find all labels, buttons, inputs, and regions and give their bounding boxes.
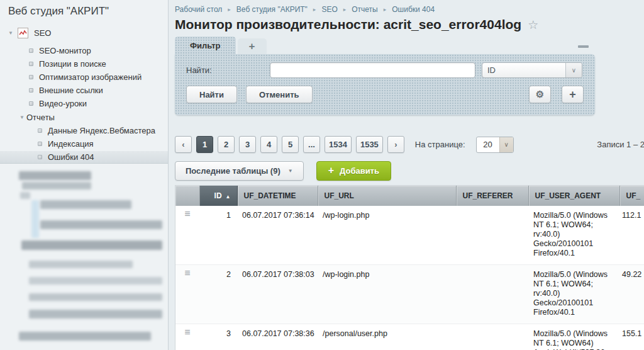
prev-page-button[interactable]: ‹ (175, 136, 192, 153)
sort-asc-icon: ▲ (226, 194, 231, 200)
sidebar-item-label: Позиции в поиске (39, 59, 106, 69)
cell-datetime: 06.07.2017 07:38:03 (237, 265, 318, 324)
filter-block: Фильтр + Найти: ID ∨ Найти Отменить ⚙ + (175, 37, 595, 115)
page-title: Монитор производительности: acrit_seo_er… (175, 16, 521, 33)
column-header-uf-url[interactable]: UF_URL (318, 186, 456, 206)
add-filter-tab-button[interactable]: + (238, 38, 267, 54)
gear-icon: ⚙ (536, 89, 544, 100)
column-header-uf-ip[interactable]: UF_ (619, 186, 644, 206)
sidebar-item-indexing[interactable]: Индексация (0, 137, 168, 150)
redacted-block (40, 220, 162, 229)
sidebar-item-reports[interactable]: ▼ Отчеты (0, 111, 168, 124)
find-button[interactable]: Найти (186, 86, 237, 103)
plus-icon: + (569, 88, 576, 101)
sidebar-item-yandex-webmaster[interactable]: Данные Яндекс.Вебмастера (0, 124, 168, 137)
site-title: Веб студия "АКРИТ" (8, 5, 168, 18)
sidebar-item-positions[interactable]: Позиции в поиске (0, 57, 168, 71)
per-page-value: 20 (477, 140, 499, 149)
page-button-1[interactable]: 1 (196, 136, 213, 153)
redacted-block (20, 192, 30, 199)
collapse-filter-button[interactable] (578, 45, 589, 48)
search-input[interactable] (270, 62, 475, 78)
sidebar-item-label: Отчеты (26, 113, 55, 122)
page-button-4[interactable]: 4 (260, 136, 277, 153)
triangle-down-icon: ▼ (288, 168, 293, 174)
redacted-block (29, 293, 162, 301)
page-button-1535[interactable]: 1535 (356, 136, 383, 153)
cell-url: /wp-login.php (318, 265, 456, 324)
column-header-uf-datetime[interactable]: UF_DATETIME (237, 186, 318, 206)
table-row: ≡ 3 06.07.2017 07:38:36 /personal/user.p… (175, 324, 644, 350)
sidebar-item-label: Ошибки 404 (48, 152, 94, 162)
sidebar-item-label: SEO (34, 28, 51, 38)
row-menu-button[interactable]: ≡ (175, 265, 199, 324)
row-menu-button[interactable]: ≡ (175, 206, 199, 265)
search-field-select[interactable]: ID ∨ (482, 62, 582, 78)
recent-tables-dropdown[interactable]: Последние таблицы (9) ▼ (175, 161, 304, 181)
page-button-5[interactable]: 5 (282, 136, 299, 153)
cell-id: 1 (199, 206, 237, 265)
cell-user-agent: Mozilla/5.0 (Windows NT 6.1; WOW64; rv:4… (528, 265, 619, 324)
sidebar-item-label: Данные Яндекс.Вебмастера (48, 126, 155, 135)
main-content: Рабочий стол ▸ Веб студия "АКРИТ" ▸ SEO … (169, 0, 644, 350)
cell-ip: 49.22 (619, 265, 644, 324)
column-header-id[interactable]: ID▲ (199, 186, 237, 206)
page-button-1534[interactable]: 1534 (325, 136, 352, 153)
column-header-uf-user-agent[interactable]: UF_USER_AGENT (528, 186, 619, 206)
page-button-ellipsis[interactable]: ... (303, 136, 320, 153)
row-handle-column-header (175, 186, 199, 206)
per-page-select[interactable]: 20 ∨ (476, 137, 514, 153)
plus-icon: + (328, 165, 334, 176)
breadcrumb-item-errors404[interactable]: Ошибки 404 (392, 5, 435, 14)
sidebar-item-errors-404[interactable]: Ошибки 404 (0, 150, 168, 164)
breadcrumb-separator-icon: ▸ (384, 6, 387, 13)
per-page-label: На странице: (415, 140, 465, 149)
table-row: ≡ 2 06.07.2017 07:38:03 /wp-login.php Mo… (175, 265, 644, 324)
sidebar-item-video-lessons[interactable]: Видео-уроки (0, 97, 168, 110)
sidebar-item-external-links[interactable]: Внешние ссылки (0, 84, 168, 97)
add-filter-field-button[interactable]: + (562, 86, 584, 103)
filter-tabs: Фильтр + (175, 37, 595, 54)
bullet-icon (38, 128, 42, 133)
next-page-button[interactable]: › (387, 136, 404, 153)
tree-expand-icon[interactable]: ▼ (18, 115, 26, 120)
tree-expand-icon[interactable]: ▼ (6, 30, 15, 36)
chevron-down-icon[interactable]: ∨ (499, 137, 513, 152)
redacted-block (21, 240, 162, 250)
breadcrumb-item-reports[interactable]: Отчеты (352, 5, 377, 14)
data-grid: ID▲ UF_DATETIME UF_URL UF_REFERER UF_USE… (175, 185, 644, 350)
redacted-block (22, 182, 91, 189)
pagination: ‹ 1 2 3 4 5 ... 1534 1535 › На странице:… (175, 136, 642, 153)
hamburger-icon: ≡ (184, 268, 190, 278)
column-header-uf-referer[interactable]: UF_REFERER (456, 186, 528, 206)
sidebar-item-seo-monitor[interactable]: SEO-монитор (0, 44, 168, 57)
page-button-3[interactable]: 3 (239, 136, 256, 153)
favorite-star-icon[interactable]: ☆ (528, 18, 538, 32)
grid-toolbar: Последние таблицы (9) ▼ + Добавить (175, 161, 644, 181)
breadcrumb-item-desktop[interactable]: Рабочий стол (175, 5, 222, 14)
bullet-icon (29, 101, 33, 106)
cell-url: /wp-login.php (318, 206, 456, 265)
row-menu-button[interactable]: ≡ (175, 324, 199, 350)
page-button-2[interactable]: 2 (218, 136, 235, 153)
sidebar-menu-tree: ▼ SEO SEO-монитор Позиции в поиске Оптим… (0, 25, 168, 164)
sidebar-item-label: Внешние ссылки (39, 86, 103, 95)
hamburger-icon: ≡ (184, 327, 190, 337)
breadcrumb-item-studio[interactable]: Веб студия "АКРИТ" (236, 5, 308, 14)
tab-filter[interactable]: Фильтр (175, 37, 236, 54)
bullet-icon (29, 62, 33, 66)
filter-settings-button[interactable]: ⚙ (529, 86, 551, 103)
grid-header-row: ID▲ UF_DATETIME UF_URL UF_REFERER UF_USE… (175, 186, 644, 206)
cell-user-agent: Mozilla/5.0 (Windows NT 6.1; WOW64; rv:4… (528, 206, 619, 265)
search-field-value: ID (482, 65, 565, 75)
redacted-block (29, 277, 162, 285)
cell-referer (456, 206, 528, 265)
sidebar-item-seo[interactable]: ▼ SEO (0, 25, 168, 40)
cancel-button[interactable]: Отменить (246, 86, 313, 103)
add-record-button[interactable]: + Добавить (316, 161, 391, 181)
redacted-block (19, 332, 151, 341)
records-count: Записи 1 – 2 (597, 140, 644, 149)
chevron-down-icon[interactable]: ∨ (565, 63, 582, 77)
sidebar-item-image-optimizer[interactable]: Оптимизатор изображений (0, 71, 168, 84)
breadcrumb-item-seo[interactable]: SEO (321, 5, 337, 14)
